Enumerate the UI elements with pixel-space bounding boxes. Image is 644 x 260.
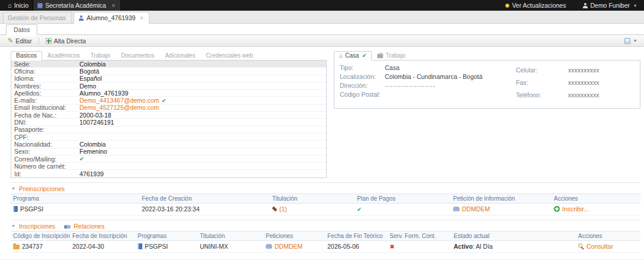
estado-detail: : Al Día (473, 243, 493, 250)
pencil-icon: ✎ (8, 37, 13, 45)
house-icon: ⌂ (339, 53, 343, 59)
preinscripciones-table: Programa Fecha de Creación Titulación Pl… (11, 194, 640, 215)
magnifier-icon (578, 243, 584, 249)
field-value: Femenino (79, 148, 107, 155)
program-icon (13, 206, 18, 212)
col-peticiones: Peticiones (263, 231, 325, 240)
tab-basicos-label: Basicos (16, 52, 37, 59)
inscribir-link[interactable]: Inscribir... (562, 205, 589, 213)
export-menu-button[interactable]: ▾ (621, 37, 639, 45)
relaciones-label: Relaciones (74, 223, 104, 230)
relaciones-icon (64, 223, 71, 229)
tab-gestion-de-personas[interactable]: Gestión de Personas (3, 12, 72, 23)
acciones-cell: Inscribir... (554, 205, 638, 213)
ver-actualizaciones-link[interactable]: Ver Actualizaciones (501, 0, 570, 11)
check-icon: ✔ (357, 206, 362, 213)
close-icon[interactable]: × (111, 2, 115, 8)
address-subtabs: ⌂ Casa ✔ Trabajo (334, 50, 640, 60)
tab-credenciales-web[interactable]: Credenciales web (200, 51, 259, 60)
tab-academicos[interactable]: Académicos (42, 51, 85, 60)
field-label: Email Institucional: (14, 104, 79, 111)
add-icon (554, 206, 560, 212)
field-label: E-mails: (14, 97, 79, 104)
field-row-sexo: Sexo: Femenino (11, 148, 326, 156)
addr-row-tipo: Tipo: Casa (340, 64, 483, 71)
col-titulacion: Titulación (270, 194, 355, 203)
relaciones-link[interactable]: Relaciones (64, 223, 104, 230)
field-value: Español (79, 75, 102, 82)
app-tab-secretaria[interactable]: Secretaría Académica × (33, 0, 120, 11)
field-label: Nacionalidad: (14, 141, 79, 148)
col-fecha-inscripcion: Fecha de Inscripción (70, 231, 135, 240)
home-icon: ⌂ (8, 2, 12, 9)
tab-academicos-label: Académicos (47, 52, 79, 59)
addr-value: xxxxxxxxxx (568, 91, 600, 99)
peticion-link[interactable]: DDMDEM (462, 205, 490, 213)
collapse-icon[interactable]: ▼ (11, 186, 16, 191)
addr-label: Teléfono: (516, 91, 568, 99)
table-row: 234737 2022-04-30 PSGPSI UNINI-MX DDMDEM (11, 240, 640, 252)
col-acciones: Acciones (551, 194, 640, 203)
addr-label: Dirección: (340, 82, 385, 89)
field-value: Demo (79, 83, 96, 90)
field-label: CPF: (14, 134, 79, 141)
tab-adicionales[interactable]: Adicionales (160, 51, 200, 60)
tab-basicos[interactable]: Basicos (11, 51, 42, 61)
field-row-fecha-nac: Fecha de Nac.: 2000-03-18 (11, 112, 326, 119)
export-grid-icon (624, 38, 630, 44)
home-link[interactable]: ⌂ Inicio (4, 0, 33, 11)
alta-directa-button[interactable]: Alta Directa (43, 37, 89, 45)
email-link[interactable]: Demo_4413467@demo.com (79, 97, 159, 104)
tab-credenciales-label: Credenciales web (206, 52, 253, 59)
addr-label: Código Postal: (340, 91, 385, 98)
ver-actualizaciones-label: Ver Actualizaciones (512, 2, 566, 9)
email-institucional-link[interactable]: Demo_4527125@demo.com (79, 104, 159, 111)
person-fields: Sede: Colombia Oficina: Bogotá Idioma: E… (11, 60, 327, 178)
titulacion-count-link[interactable]: (1) (279, 205, 287, 213)
fecha-creacion-value: 2022-03-16 20:23:34 (142, 205, 200, 213)
inscripciones-title: Inscripciones (19, 223, 55, 230)
address-fields: Tipo: Casa Localización: Colombia - Cund… (340, 64, 483, 100)
field-row-dni: DNI: 1007246191 (11, 119, 326, 126)
tab-trabajo-direccion[interactable]: Trabajo (372, 51, 411, 60)
close-icon[interactable]: × (139, 15, 143, 21)
tab-datos[interactable]: Datos (6, 24, 37, 35)
chevron-down-icon: ▾ (634, 3, 636, 8)
check-icon: ✔ (161, 97, 166, 104)
editar-button[interactable]: ✎ Editar (5, 36, 35, 45)
preinscripciones-section: ▼ Preinscripciones Programa Fecha de Cre… (11, 182, 640, 215)
preinscripciones-title: Preinscripciones (19, 185, 65, 192)
tab-trabajo-label: Trabajo (90, 52, 110, 59)
addr-value: xxxxxxxxxx (568, 66, 600, 74)
addr-value: ------------------- (385, 82, 435, 89)
collapse-icon[interactable]: ▼ (11, 224, 16, 228)
field-value: 1007246191 (79, 119, 114, 126)
field-row-pasaporte: Pasaporte: (11, 126, 326, 134)
col-plan-pagos: Plan de Pagos (355, 194, 451, 203)
addr-label: Fax: (516, 79, 568, 86)
user-menu[interactable]: Demo Funiber ▾ (578, 0, 640, 11)
field-value: Colombia (79, 141, 106, 148)
tab-adicionales-label: Adicionales (165, 52, 195, 59)
addr-row-codigo-postal: Código Postal: (340, 91, 483, 98)
tab-casa[interactable]: ⌂ Casa ✔ (334, 51, 372, 61)
tab-alumno[interactable]: Alumno_4761939 × (74, 12, 149, 24)
field-row-id: Id: 4761939 (11, 170, 326, 177)
tab-casa-label: Casa (345, 52, 359, 59)
addr-row-direccion: Dirección: ------------------- (340, 82, 483, 89)
programa-cell: PSGPSI (138, 243, 195, 250)
app-tab-label: Secretaría Académica (45, 2, 106, 9)
peticion-link[interactable]: DDMDEM (275, 243, 302, 250)
toolbar-separator (39, 37, 39, 45)
tab-documentos[interactable]: Documentos (116, 51, 160, 60)
field-label: Id: (14, 170, 79, 177)
tab-trabajo[interactable]: Trabajo (85, 51, 116, 60)
acciones-cell: Consultar (578, 243, 638, 250)
field-value: Bogotá (79, 68, 99, 75)
col-acciones: Acciones (576, 231, 640, 240)
col-programas: Programas (135, 231, 197, 240)
user-name: Demo Funiber (590, 2, 630, 9)
field-row-numero-carnet: Número de carnét: (11, 163, 326, 170)
consultar-link[interactable]: Consultar (586, 243, 613, 250)
field-row-sede[interactable]: Sede: Colombia (11, 61, 326, 68)
